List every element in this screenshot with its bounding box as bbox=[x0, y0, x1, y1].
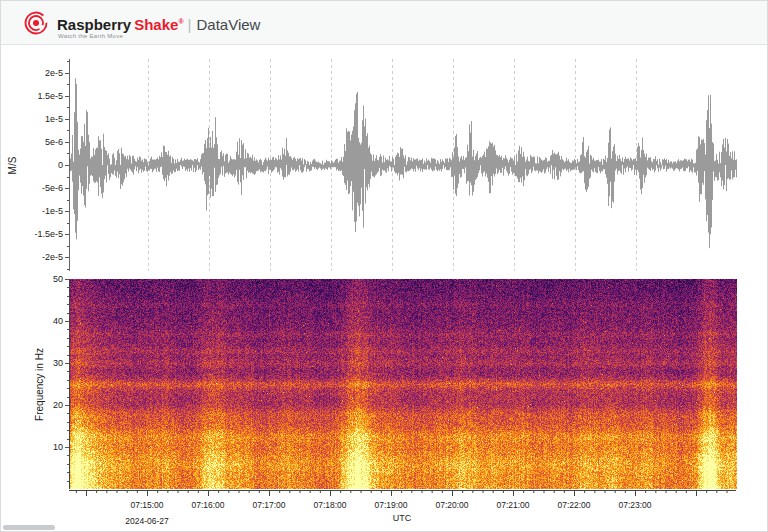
raspberry-shake-logo[interactable] bbox=[23, 10, 49, 36]
x-axis-date-label: 2024-06-27 bbox=[105, 516, 189, 526]
x-tick-label: 07:20:00 bbox=[422, 500, 482, 510]
waveform-plot[interactable] bbox=[69, 59, 737, 271]
spectrogram-y-tick-label: 20 bbox=[1, 400, 63, 410]
spectrogram-y-minor-tick bbox=[67, 380, 69, 381]
spectrogram-y-tick-mark bbox=[65, 363, 69, 364]
waveform-y-tick-label: -5e-6 bbox=[1, 183, 63, 193]
waveform-y-minor-tick bbox=[67, 107, 69, 108]
waveform-y-tick-label: 1e-5 bbox=[1, 114, 63, 124]
spectrogram-y-minor-tick bbox=[67, 371, 69, 372]
spectrogram-y-minor-tick bbox=[67, 472, 69, 473]
waveform-y-tick-mark bbox=[65, 96, 69, 97]
spectrogram-y-minor-tick bbox=[67, 388, 69, 389]
x-tick-label: 07:19:00 bbox=[361, 500, 421, 510]
spectrogram-y-tick-label: 50 bbox=[1, 274, 63, 284]
waveform-y-minor-tick bbox=[67, 200, 69, 201]
brand-shake: Shake bbox=[134, 16, 178, 33]
spectrogram-y-minor-tick bbox=[67, 296, 69, 297]
spectrogram-y-minor-tick bbox=[67, 329, 69, 330]
spectrogram-plot[interactable] bbox=[69, 279, 737, 489]
spectrogram-y-minor-tick bbox=[67, 422, 69, 423]
x-tick-label: 07:23:00 bbox=[605, 500, 665, 510]
spectrogram-y-minor-tick bbox=[67, 346, 69, 347]
app-window: RaspberryShake®|DataView Watch the Earth… bbox=[0, 0, 768, 532]
waveform-y-tick-mark bbox=[65, 165, 69, 166]
waveform-y-minor-tick bbox=[67, 223, 69, 224]
x-tick-label: 07:16:00 bbox=[178, 500, 238, 510]
spectrogram-y-tick-mark bbox=[65, 279, 69, 280]
spectrogram-y-minor-tick bbox=[67, 338, 69, 339]
waveform-y-minor-tick bbox=[67, 177, 69, 178]
x-tick-label: 07:17:00 bbox=[239, 500, 299, 510]
brand-tagline: Watch the Earth Move bbox=[58, 29, 123, 44]
x-tick-label: 07:21:00 bbox=[483, 500, 543, 510]
waveform-y-minor-tick bbox=[67, 246, 69, 247]
spectrogram-y-minor-tick bbox=[67, 439, 69, 440]
spectrogram-y-minor-tick bbox=[67, 464, 69, 465]
spectrogram-y-minor-tick bbox=[67, 397, 69, 398]
waveform-y-tick-mark bbox=[65, 234, 69, 235]
waveform-y-tick-mark bbox=[65, 142, 69, 143]
waveform-y-minor-tick bbox=[67, 61, 69, 62]
raspberry-shake-logo-icon bbox=[23, 10, 49, 36]
spectrogram-y-minor-tick bbox=[67, 430, 69, 431]
spectrogram-y-minor-tick bbox=[67, 287, 69, 288]
waveform-y-tick-label: -2e-5 bbox=[1, 252, 63, 262]
spectrogram-y-minor-tick bbox=[67, 413, 69, 414]
waveform-y-tick-mark bbox=[65, 119, 69, 120]
waveform-y-tick-mark bbox=[65, 73, 69, 74]
brand-separator: | bbox=[188, 16, 192, 33]
spectrogram-y-minor-tick bbox=[67, 455, 69, 456]
spectrogram-y-minor-tick bbox=[67, 355, 69, 356]
x-axis-unit-label: UTC bbox=[372, 513, 432, 523]
waveform-y-minor-tick bbox=[67, 153, 69, 154]
waveform-y-tick-label: 1.5e-5 bbox=[1, 91, 63, 101]
spectrogram-y-minor-tick bbox=[67, 304, 69, 305]
product-name: DataView bbox=[196, 16, 260, 33]
brand-registered-icon: ® bbox=[178, 18, 183, 25]
waveform-y-tick-label: 5e-6 bbox=[1, 137, 63, 147]
waveform-y-tick-label: -1e-5 bbox=[1, 206, 63, 216]
app-header: RaspberryShake®|DataView Watch the Earth… bbox=[1, 1, 767, 45]
spectrogram-y-tick-label: 30 bbox=[1, 358, 63, 368]
spectrogram-y-tick-mark bbox=[65, 405, 69, 406]
x-tick-label: 07:22:00 bbox=[544, 500, 604, 510]
waveform-y-tick-mark bbox=[65, 188, 69, 189]
x-axis bbox=[69, 490, 736, 499]
waveform-y-minor-tick bbox=[67, 84, 69, 85]
waveform-y-tick-label: -1.5e-5 bbox=[1, 229, 63, 239]
horizontal-scrollbar[interactable] bbox=[3, 525, 55, 530]
brand-text: RaspberryShake®|DataView Watch the Earth… bbox=[57, 14, 260, 40]
spectrogram-y-tick-mark bbox=[65, 321, 69, 322]
x-tick-label: 07:18:00 bbox=[300, 500, 360, 510]
spectrogram-y-tick-label: 40 bbox=[1, 316, 63, 326]
waveform-y-minor-tick bbox=[67, 130, 69, 131]
spectrogram-ylabel-wrap: Frequency in Hz bbox=[29, 279, 49, 489]
waveform-y-tick-mark bbox=[65, 257, 69, 258]
waveform-y-tick-mark bbox=[65, 211, 69, 212]
spectrogram-y-tick-mark bbox=[65, 447, 69, 448]
waveform-y-tick-label: 0 bbox=[1, 160, 63, 170]
spectrogram-y-tick-label: 10 bbox=[1, 442, 63, 452]
spectrogram-y-minor-tick bbox=[67, 313, 69, 314]
waveform-y-tick-label: 2e-5 bbox=[1, 68, 63, 78]
waveform-y-minor-tick bbox=[67, 269, 69, 270]
x-tick-label: 07:15:00 bbox=[117, 500, 177, 510]
spectrogram-y-minor-tick bbox=[67, 481, 69, 482]
